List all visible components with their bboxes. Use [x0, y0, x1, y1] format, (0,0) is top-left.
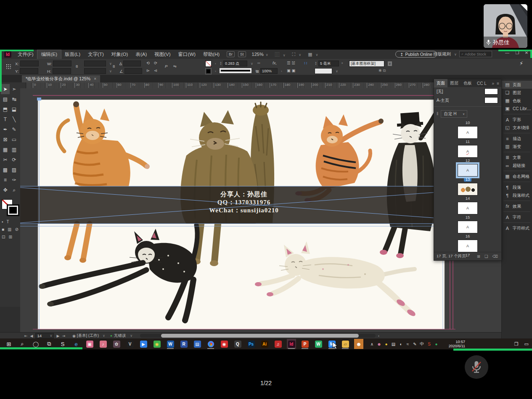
pages-panel-tab[interactable]: 图层 [447, 79, 461, 87]
dock-item-gradient[interactable]: ▥渐变 [502, 143, 532, 151]
pages-panel-tab[interactable]: 色板 [461, 79, 474, 87]
rotate-cw-button[interactable]: ⟳ [154, 61, 157, 65]
stroke-color-none-swatch[interactable]: › [205, 61, 216, 67]
app-red-dot[interactable]: ◉ [220, 339, 229, 349]
content-placer-tool[interactable]: ⬓ [10, 104, 19, 114]
flip-horizontal-button[interactable]: ⊳ [146, 68, 150, 73]
next-page-button[interactable]: ▶ [56, 334, 59, 338]
gap-field[interactable]: ▲▼5 毫米 [315, 61, 339, 66]
file-explorer[interactable]: ▱ [341, 339, 350, 349]
video-app[interactable]: ▶ [139, 339, 148, 349]
gap-tool[interactable]: ↹ [10, 94, 19, 104]
stroke-swatch[interactable] [7, 204, 19, 216]
fill-color-swatch[interactable]: › [205, 68, 216, 74]
x-position-field[interactable]: X: [15, 61, 39, 66]
stroke-style-dropdown[interactable]: ∨ [220, 68, 257, 73]
height-field[interactable]: H: [47, 68, 71, 74]
panel-overflow-icon[interactable]: » [492, 81, 495, 86]
apply-color-buttons[interactable]: ■▥⊘ [2, 227, 19, 232]
tray-shield-icon[interactable]: ● [383, 342, 390, 346]
constrain-dimensions-icon[interactable]: 8 [76, 64, 78, 69]
wechat[interactable]: W [314, 339, 323, 349]
dock-item-articles[interactable]: ≣文章 [502, 153, 532, 161]
horizontal-scrollbar[interactable] [140, 334, 376, 338]
last-page-button[interactable]: ⇥ [62, 334, 65, 338]
line-tool[interactable]: ╲ [10, 114, 19, 124]
photos-app[interactable]: ▣ [85, 339, 94, 349]
page-number-label[interactable]: 15 [434, 215, 501, 220]
touch-keyboard-icon[interactable]: ❐ [514, 341, 519, 347]
stroke-weight-field[interactable]: ▲▼0.283 点∨ [220, 61, 253, 66]
taskbar-clock[interactable]: 10:57 2020/6/11 [443, 340, 465, 348]
tray-display-icon[interactable]: ▤ [390, 342, 397, 346]
gradient-tool[interactable]: ▩ [1, 165, 10, 175]
menu-item[interactable]: 帮助(H) [199, 50, 223, 59]
style-override-icons[interactable]: ✱ ⧉ [378, 68, 386, 73]
swatch-mini-dropdown[interactable]: ∨ [315, 68, 338, 74]
eyedropper-tool[interactable]: ✑ [10, 175, 19, 185]
dock-item-hyperlinks[interactable]: ∞超链接 [502, 161, 532, 169]
page-number-label[interactable]: 13 [434, 177, 501, 182]
dock-item-character-styles[interactable]: A字符样式 [502, 224, 532, 232]
app-r[interactable]: R [179, 339, 188, 349]
app-v[interactable]: V [125, 339, 135, 349]
illustrator[interactable]: Ai [260, 339, 269, 349]
scissors-tool[interactable]: ✂ [1, 155, 10, 165]
tray-person-icon[interactable]: ☻ [376, 342, 383, 346]
reference-point-grid[interactable] [6, 64, 11, 69]
tray-network-icon[interactable]: ≈ [404, 342, 411, 346]
free-transform-tool[interactable]: ⟳ [10, 155, 19, 165]
content-collector-tool[interactable]: ⬒ [1, 104, 10, 114]
app-music-red[interactable]: ♫ [273, 339, 283, 349]
sogou-icon[interactable]: S [426, 342, 433, 346]
page-thumbnail[interactable]: A [458, 145, 478, 158]
formatting-affects-buttons[interactable]: ▪T [2, 219, 9, 224]
stock-badge[interactable]: St [238, 51, 246, 57]
arrange-documents-dropdown[interactable]: ▦ ∨ [308, 52, 318, 57]
menu-item[interactable]: 窗口(W) [175, 50, 200, 59]
document-tab[interactable]: *临毕业经验分享会.indd @ 125% × [22, 75, 100, 82]
dock-item-paragraph-styles[interactable]: ¶段落样式 [502, 191, 532, 199]
page-thumbnail[interactable]: A [458, 240, 478, 252]
menu-item[interactable]: 视图(V) [151, 50, 174, 59]
shear-angle-field[interactable]: ∠ [119, 68, 142, 74]
table-tool[interactable]: ▥ [10, 145, 19, 155]
master-page-row[interactable]: A-主页 [434, 96, 501, 105]
preflight-profile-dropdown[interactable]: [基本] (工作)∨ [77, 333, 105, 338]
page-number-label[interactable]: 14 [434, 196, 501, 201]
chrome-browser[interactable] [206, 339, 215, 349]
corner-options-icon[interactable]: ▫▫ [257, 61, 260, 65]
rotate-ccw-button[interactable]: ⟲ [146, 61, 150, 65]
hand-tool[interactable]: ✥ [1, 185, 10, 195]
y-position-field[interactable]: Y: [15, 68, 38, 74]
page-thumbnail[interactable]: A [458, 202, 478, 214]
opacity-field[interactable]: ⊞100%› [256, 68, 282, 74]
frame-fitting-icon[interactable]: ▫ [341, 61, 343, 65]
rectangle-tool[interactable]: ▭ [10, 135, 19, 145]
contact-info-overlay[interactable]: 分享人：孙思佳 QQ：1370331976 WeChat：sunsijia021… [20, 186, 501, 224]
word[interactable]: W [166, 339, 175, 349]
align-icons[interactable]: ☰ ☱ [287, 61, 295, 65]
polygon-tool[interactable]: ▦ [1, 145, 10, 155]
delete-page-icon[interactable]: ⌫ [492, 254, 498, 259]
publish-online-button[interactable]: ↥ Publish Online [395, 51, 437, 58]
dock-item-stroke[interactable]: ≡描边 [502, 135, 532, 143]
effects-icon[interactable]: fx, [273, 61, 277, 65]
panel-menu-icon[interactable]: ≡ [497, 81, 499, 86]
justify-icons[interactable]: ↕↕ [304, 61, 308, 65]
qq-app[interactable]: Q [233, 339, 242, 349]
dock-item-named-grids[interactable]: ▦命名网格 [502, 172, 532, 180]
dock-item-cc-libraries[interactable]: ▣CC Libr… [502, 105, 532, 113]
page-tool[interactable]: ▤ [1, 94, 10, 104]
tray-pen-icon[interactable]: ✎ [411, 342, 418, 346]
dock-item-glyphs[interactable]: A字形 [502, 116, 532, 124]
composition-rules-dropdown[interactable]: 排版规则 ∨ [433, 51, 457, 57]
tray-expand-icon[interactable]: ∧ [368, 342, 376, 346]
dock-item-character[interactable]: A字符 [502, 213, 532, 221]
dock-item-pages[interactable]: ▤页面 [502, 81, 532, 89]
page-number-label[interactable]: 16 [434, 234, 501, 239]
ruler-origin-box[interactable] [20, 82, 26, 88]
ime-indicator[interactable]: 中 [418, 341, 426, 347]
distribute-icons[interactable]: ▣ ▣ [287, 68, 296, 73]
tray-volume-icon[interactable]: ◖ [397, 342, 404, 346]
